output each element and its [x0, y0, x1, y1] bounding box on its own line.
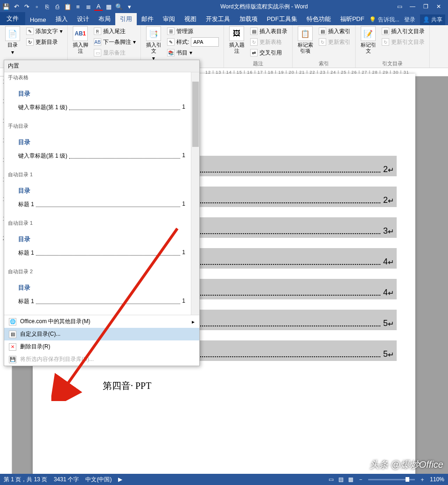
tab-view[interactable]: 视图 [180, 13, 201, 25]
tab-addins[interactable]: 加载项 [235, 13, 262, 25]
status-words[interactable]: 3431 个字 [54, 476, 79, 484]
view-read-icon[interactable]: ▭ [329, 476, 334, 483]
zoom-value[interactable]: 110% [430, 476, 444, 483]
tab-mailings[interactable]: 邮件 [137, 13, 158, 25]
status-page[interactable]: 第 1 页，共 13 页 [4, 476, 47, 484]
mark-citation-button[interactable]: 📝标记引文 [358, 26, 378, 54]
fontcolor-icon[interactable]: A [94, 2, 103, 11]
restore-icon[interactable]: ❐ [421, 2, 430, 11]
tab-pdftools[interactable]: PDF工具集 [262, 13, 302, 25]
status-macro-icon[interactable]: ▶ [118, 476, 122, 483]
tab-references[interactable]: 引用 [115, 13, 137, 25]
show-notes-button[interactable]: ▭显示备注 [92, 48, 138, 58]
tab-design[interactable]: 设计 [72, 13, 94, 25]
mark-index-button[interactable]: 📋标记索引项 [295, 26, 315, 54]
zoom-in-button[interactable]: ＋ [420, 476, 425, 484]
qat-more-icon[interactable]: ▾ [125, 2, 133, 11]
table-icon[interactable]: ▦ [105, 2, 113, 11]
group-captions: 🖼插入题注 ▤插入表目录 ↻更新表格 ⇄交叉引用 题注 [224, 25, 293, 68]
view-print-icon[interactable]: ▤ [338, 476, 343, 483]
bibliography-button[interactable]: 📚书目 ▾ [165, 48, 221, 58]
menu-save-toc: 💾将所选内容保存到目录库(S)... [4, 353, 199, 366]
insert-footnote-button[interactable]: AB1插入脚注 [70, 26, 90, 54]
tab-features[interactable]: 特色功能 [302, 13, 336, 25]
title-bar: 💾 ↶ ↷ ▫ ⎘ ⎙ 📋 ≡ ≣ A ▦ 🔍 ▾ Word文档排版流程实战示例… [0, 0, 448, 13]
status-lang[interactable]: 中文(中国) [85, 476, 112, 484]
toc-preview-manual[interactable]: 目录 键入章标题(第 1 级)1 [9, 133, 195, 165]
style-combo[interactable]: ✎样式:APA [165, 37, 221, 47]
new-icon[interactable]: ▫ [33, 2, 41, 11]
insert-caption-button[interactable]: 🖼插入题注 [227, 26, 246, 54]
share-button[interactable]: 👤 共享 [420, 14, 445, 25]
tab-insert[interactable]: 插入 [51, 13, 72, 25]
group-toa: 📝标记引文 ▤插入引文目录 ↻更新引文目录 引文目录 [356, 25, 430, 68]
chapter-heading[interactable]: 第四音· PPT [103, 380, 397, 392]
insert-tof-button[interactable]: ▤插入表目录 [248, 26, 289, 36]
quick-access-toolbar: 💾 ↶ ↷ ▫ ⎘ ⎙ 📋 ≡ ≣ A ▦ 🔍 ▾ [2, 2, 133, 11]
insert-endnote-button[interactable]: ⎘插入尾注 [92, 26, 138, 36]
menu-office-more[interactable]: 🌐Office.com 中的其他目录(M)▸ [4, 315, 199, 328]
paste-icon[interactable]: 📋 [63, 2, 72, 11]
manage-sources-button[interactable]: ☰管理源 [165, 26, 221, 36]
find-icon[interactable]: 🔍 [115, 2, 123, 11]
gallery-scrollbar[interactable] [191, 72, 199, 315]
minimize-icon[interactable]: — [408, 2, 417, 11]
update-toc-button[interactable]: ↻更新目录 [24, 37, 64, 47]
undo-icon[interactable]: ↶ [12, 2, 21, 11]
group-index: 📋标记索引项 ▤插入索引 ↻更新索引 索引 [293, 25, 356, 68]
close-icon[interactable]: ✕ [434, 2, 443, 11]
toc-button[interactable]: 📄目录▾ [3, 26, 22, 55]
toc-gallery[interactable]: 手动表格 目录 键入章标题(第 1 级)1 手动目录 目录 键入章标题(第 1 … [4, 72, 199, 315]
menu-remove-toc[interactable]: ✕删除目录(R) [4, 340, 199, 353]
open-icon[interactable]: ⎘ [43, 2, 51, 11]
toc-preview-auto1[interactable]: 目录 标题 11 [9, 182, 195, 213]
tab-layout[interactable]: 布局 [94, 13, 115, 25]
tab-file[interactable]: 文件 [0, 12, 25, 25]
menu-custom-toc[interactable]: ▤自定义目录(C)... [4, 328, 199, 340]
zoom-slider[interactable] [368, 479, 415, 480]
insert-toa-button[interactable]: ▤插入引文目录 [380, 26, 427, 36]
view-web-icon[interactable]: ▦ [348, 476, 353, 483]
toc-dropdown: 内置 手动表格 目录 键入章标题(第 1 级)1 手动目录 目录 键入章标题(第… [4, 60, 200, 366]
toc-preview-manual-table[interactable]: 目录 键入章标题(第 1 级)1 [9, 85, 195, 116]
align-icon[interactable]: ≡ [74, 2, 82, 11]
save-icon[interactable]: 💾 [2, 2, 10, 11]
print-icon[interactable]: ⎙ [53, 2, 62, 11]
next-footnote-button[interactable]: AB下一条脚注 ▾ [92, 37, 138, 47]
ribbon-tabs: 文件 Home 插入 设计 布局 引用 邮件 审阅 视图 开发工具 加载项 PD… [0, 13, 448, 25]
tab-foxit[interactable]: 福昕PDF [336, 13, 369, 25]
toc-preview-auto2[interactable]: 目录 标题 11 [9, 279, 195, 310]
update-index-button[interactable]: ↻更新索引 [317, 37, 352, 47]
watermark: 头条 @爆炒Office [370, 458, 443, 471]
update-toa-button[interactable]: ↻更新引文目录 [380, 37, 427, 47]
tab-home[interactable]: Home [25, 14, 51, 25]
insert-index-button[interactable]: ▤插入索引 [317, 26, 352, 36]
window-title: Word文档排版流程实战示例 - Word [133, 3, 395, 11]
dd-header: 内置 [4, 60, 199, 72]
status-bar: 第 1 页，共 13 页 3431 个字 中文(中国) ▶ ▭ ▤ ▦ － ＋ … [0, 474, 448, 485]
redo-icon[interactable]: ↷ [22, 2, 31, 11]
login-link[interactable]: 登录 [404, 16, 415, 24]
tab-review[interactable]: 审阅 [158, 13, 180, 25]
zoom-out-button[interactable]: － [358, 476, 364, 484]
toc-preview-auto1b[interactable]: 目录 标题 11 [9, 230, 195, 262]
update-table-button[interactable]: ↻更新表格 [248, 37, 289, 47]
ribbon-opts-icon[interactable]: ▭ [395, 2, 404, 11]
tell-me[interactable]: 💡 告诉我... [369, 16, 399, 24]
list-icon[interactable]: ≣ [84, 2, 92, 11]
cross-ref-button[interactable]: ⇄交叉引用 [248, 48, 289, 58]
dd-menu: 🌐Office.com 中的其他目录(M)▸ ▤自定义目录(C)... ✕删除目… [4, 315, 199, 366]
add-text-button[interactable]: ✎添加文字 ▾ [24, 26, 64, 36]
insert-citation-button[interactable]: 📑插入引文▾ [144, 26, 163, 62]
tab-devtools[interactable]: 开发工具 [201, 13, 235, 25]
